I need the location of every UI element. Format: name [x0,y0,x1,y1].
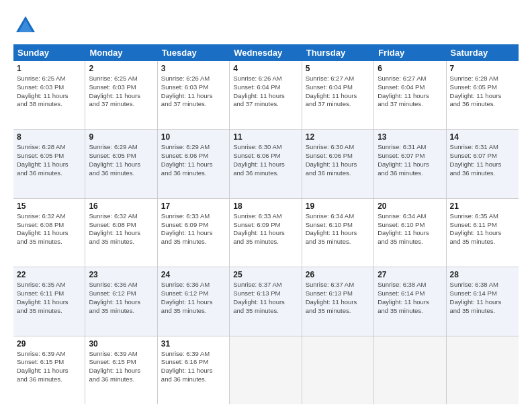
day-number: 16 [89,201,153,211]
day-info: Sunrise: 6:37 AM Sunset: 6:13 PM Dayligh… [306,281,370,315]
day-cell: 20Sunrise: 6:34 AM Sunset: 6:10 PM Dayli… [374,199,446,267]
day-cell: 16Sunrise: 6:32 AM Sunset: 6:08 PM Dayli… [85,199,157,267]
day-number: 15 [17,201,81,211]
day-number: 6 [378,64,442,73]
day-cell: 26Sunrise: 6:37 AM Sunset: 6:13 PM Dayli… [302,267,374,335]
day-info: Sunrise: 6:26 AM Sunset: 6:03 PM Dayligh… [161,75,226,109]
day-cell: 2Sunrise: 6:25 AM Sunset: 6:03 PM Daylig… [85,61,157,129]
day-number: 5 [306,64,370,73]
day-info: Sunrise: 6:35 AM Sunset: 6:11 PM Dayligh… [450,212,515,246]
day-cell: 29Sunrise: 6:39 AM Sunset: 6:15 PM Dayli… [13,336,85,404]
day-number: 4 [233,64,298,73]
day-info: Sunrise: 6:34 AM Sunset: 6:10 PM Dayligh… [306,212,370,246]
day-cell: 13Sunrise: 6:31 AM Sunset: 6:07 PM Dayli… [374,130,446,197]
day-info: Sunrise: 6:31 AM Sunset: 6:07 PM Dayligh… [450,143,515,177]
day-info: Sunrise: 6:39 AM Sunset: 6:15 PM Dayligh… [89,350,153,384]
day-cell: 6Sunrise: 6:27 AM Sunset: 6:04 PM Daylig… [374,61,446,129]
weekday-header: Friday [374,44,446,61]
day-cell: 22Sunrise: 6:35 AM Sunset: 6:11 PM Dayli… [13,267,85,335]
day-cell: 1Sunrise: 6:25 AM Sunset: 6:03 PM Daylig… [13,61,85,129]
day-number: 9 [89,132,153,142]
day-info: Sunrise: 6:26 AM Sunset: 6:04 PM Dayligh… [233,75,298,109]
day-number: 2 [89,64,153,73]
calendar-row: 15Sunrise: 6:32 AM Sunset: 6:08 PM Dayli… [13,199,519,267]
day-cell: 7Sunrise: 6:28 AM Sunset: 6:05 PM Daylig… [447,61,519,129]
day-cell: 28Sunrise: 6:38 AM Sunset: 6:14 PM Dayli… [447,267,519,335]
calendar-row: 1Sunrise: 6:25 AM Sunset: 6:03 PM Daylig… [13,61,519,130]
day-cell: 18Sunrise: 6:33 AM Sunset: 6:09 PM Dayli… [230,199,302,267]
day-number: 7 [450,64,515,73]
day-number: 1 [17,64,81,73]
weekday-header: Wednesday [230,44,302,61]
day-number: 28 [450,270,515,279]
day-number: 20 [378,201,442,211]
day-info: Sunrise: 6:34 AM Sunset: 6:10 PM Dayligh… [378,212,442,246]
day-cell: 30Sunrise: 6:39 AM Sunset: 6:15 PM Dayli… [85,336,157,404]
weekday-header: Thursday [302,44,374,61]
day-info: Sunrise: 6:37 AM Sunset: 6:13 PM Dayligh… [233,281,298,315]
day-info: Sunrise: 6:33 AM Sunset: 6:09 PM Dayligh… [233,212,298,246]
day-cell: 15Sunrise: 6:32 AM Sunset: 6:08 PM Dayli… [13,199,85,267]
day-number: 11 [233,132,298,142]
day-cell: 31Sunrise: 6:39 AM Sunset: 6:16 PM Dayli… [158,336,230,404]
day-number: 12 [306,132,370,142]
empty-cell [374,336,446,404]
day-number: 13 [378,132,442,142]
day-cell: 23Sunrise: 6:36 AM Sunset: 6:12 PM Dayli… [85,267,157,335]
logo-icon [13,13,38,38]
day-cell: 9Sunrise: 6:29 AM Sunset: 6:05 PM Daylig… [85,130,157,197]
calendar: SundayMondayTuesdayWednesdayThursdayFrid… [13,44,519,404]
day-cell: 17Sunrise: 6:33 AM Sunset: 6:09 PM Dayli… [158,199,230,267]
weekday-header: Monday [85,44,157,61]
day-info: Sunrise: 6:33 AM Sunset: 6:09 PM Dayligh… [161,212,226,246]
day-info: Sunrise: 6:28 AM Sunset: 6:05 PM Dayligh… [450,75,515,109]
day-number: 26 [306,270,370,279]
day-number: 21 [450,201,515,211]
day-number: 19 [306,201,370,211]
day-info: Sunrise: 6:36 AM Sunset: 6:12 PM Dayligh… [161,281,226,315]
day-cell: 14Sunrise: 6:31 AM Sunset: 6:07 PM Dayli… [447,130,519,197]
day-number: 14 [450,132,515,142]
day-number: 31 [161,339,226,349]
calendar-header: SundayMondayTuesdayWednesdayThursdayFrid… [13,44,519,61]
day-number: 27 [378,270,442,279]
day-cell: 24Sunrise: 6:36 AM Sunset: 6:12 PM Dayli… [158,267,230,335]
empty-cell [302,336,374,404]
day-cell: 21Sunrise: 6:35 AM Sunset: 6:11 PM Dayli… [447,199,519,267]
day-cell: 11Sunrise: 6:30 AM Sunset: 6:06 PM Dayli… [230,130,302,197]
day-info: Sunrise: 6:39 AM Sunset: 6:16 PM Dayligh… [161,350,226,384]
day-cell: 12Sunrise: 6:30 AM Sunset: 6:06 PM Dayli… [302,130,374,197]
day-info: Sunrise: 6:36 AM Sunset: 6:12 PM Dayligh… [89,281,153,315]
calendar-row: 8Sunrise: 6:28 AM Sunset: 6:05 PM Daylig… [13,130,519,198]
day-number: 18 [233,201,298,211]
empty-cell [230,336,302,404]
day-info: Sunrise: 6:25 AM Sunset: 6:03 PM Dayligh… [17,75,81,109]
day-info: Sunrise: 6:28 AM Sunset: 6:05 PM Dayligh… [17,143,81,177]
day-info: Sunrise: 6:38 AM Sunset: 6:14 PM Dayligh… [378,281,442,315]
day-cell: 3Sunrise: 6:26 AM Sunset: 6:03 PM Daylig… [158,61,230,129]
day-number: 29 [17,339,81,349]
calendar-body: 1Sunrise: 6:25 AM Sunset: 6:03 PM Daylig… [13,61,519,404]
day-number: 25 [233,270,298,279]
day-number: 3 [161,64,226,73]
day-number: 30 [89,339,153,349]
day-cell: 27Sunrise: 6:38 AM Sunset: 6:14 PM Dayli… [374,267,446,335]
day-info: Sunrise: 6:27 AM Sunset: 6:04 PM Dayligh… [306,75,370,109]
day-info: Sunrise: 6:29 AM Sunset: 6:05 PM Dayligh… [89,143,153,177]
day-cell: 8Sunrise: 6:28 AM Sunset: 6:05 PM Daylig… [13,130,85,197]
day-number: 17 [161,201,226,211]
empty-cell [447,336,519,404]
page: SundayMondayTuesdayWednesdayThursdayFrid… [0,0,532,411]
day-info: Sunrise: 6:39 AM Sunset: 6:15 PM Dayligh… [17,350,81,384]
header [13,13,519,38]
day-number: 24 [161,270,226,279]
weekday-header: Saturday [447,44,519,61]
logo [13,13,40,38]
day-info: Sunrise: 6:30 AM Sunset: 6:06 PM Dayligh… [306,143,370,177]
day-info: Sunrise: 6:29 AM Sunset: 6:06 PM Dayligh… [161,143,226,177]
day-number: 8 [17,132,81,142]
day-number: 23 [89,270,153,279]
day-cell: 5Sunrise: 6:27 AM Sunset: 6:04 PM Daylig… [302,61,374,129]
day-info: Sunrise: 6:35 AM Sunset: 6:11 PM Dayligh… [17,281,81,315]
day-info: Sunrise: 6:38 AM Sunset: 6:14 PM Dayligh… [450,281,515,315]
